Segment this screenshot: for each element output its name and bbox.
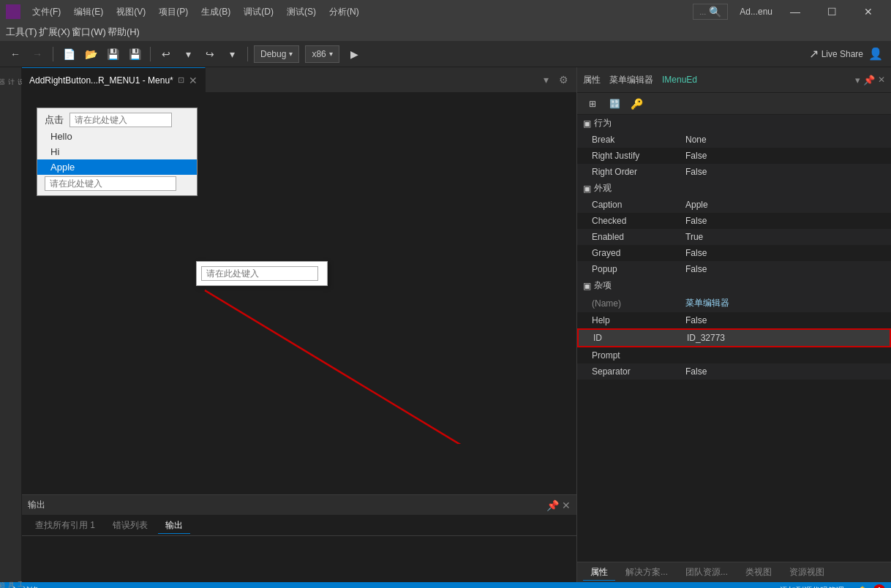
- sidebar-icon-bottom[interactable]: 工具箱: [0, 570, 22, 582]
- output-tab-errors[interactable]: 错误列表: [105, 518, 155, 533]
- back-button[interactable]: ←: [6, 45, 25, 64]
- props-tab-team[interactable]: 团队资源...: [678, 565, 735, 580]
- menu-project[interactable]: 项目(P): [153, 4, 194, 20]
- active-tab[interactable]: AddRightButton...R_MENU1 - Menu* ⊡ ✕: [22, 67, 206, 93]
- tab-pin-icon[interactable]: ⊡: [178, 75, 184, 85]
- platform-dropdown[interactable]: x86 ▾: [305, 45, 339, 63]
- prop-name-value[interactable]: 菜单编辑器: [680, 295, 891, 311]
- prop-enabled-value[interactable]: True: [680, 230, 891, 244]
- click-label: 点击: [45, 113, 64, 127]
- prop-name-name: (Name): [577, 297, 680, 310]
- props-tab-properties[interactable]: 属性: [583, 565, 615, 581]
- props-editor-label: 菜单编辑器: [609, 74, 653, 86]
- title-search-icon[interactable]: 🔍: [709, 6, 721, 18]
- tab-list-button[interactable]: ▾: [538, 72, 553, 87]
- menu-help[interactable]: 帮助(H): [108, 26, 140, 39]
- status-right: ↑ 添加到源代码管理 ▾ 🔔 1: [773, 584, 886, 588]
- save-all-button[interactable]: 💾: [125, 45, 144, 64]
- prop-prompt-value[interactable]: [680, 354, 891, 357]
- notification-bell[interactable]: 🔔: [857, 586, 868, 589]
- props-pin-button[interactable]: 📌: [863, 75, 875, 86]
- undo-button[interactable]: ↩: [157, 45, 176, 64]
- menu-build[interactable]: 生成(B): [195, 4, 236, 20]
- maximize-button[interactable]: ☐: [815, 0, 849, 23]
- prop-ro-name: Right Order: [577, 165, 680, 178]
- menu-label-apple: Apple: [50, 162, 75, 173]
- menu-row-apple[interactable]: Apple: [37, 159, 197, 175]
- svg-rect-1: [13, 6, 19, 12]
- section-appearance-collapse: ▣: [583, 184, 591, 194]
- props-tab-solution[interactable]: 解决方案...: [618, 565, 675, 580]
- menu-debug[interactable]: 调试(D): [238, 4, 279, 20]
- sidebar-icon-1[interactable]: 设计器: [0, 67, 22, 79]
- tab-label: AddRightButton...R_MENU1 - Menu*: [29, 75, 173, 86]
- props-close-button[interactable]: ✕: [878, 75, 885, 86]
- debug-config-dropdown[interactable]: Debug ▾: [254, 45, 299, 63]
- prop-prompt: Prompt: [577, 347, 891, 363]
- section-appearance-label: 外观: [594, 182, 612, 195]
- output-pin-button[interactable]: 📌: [546, 500, 559, 511]
- props-alpha-button[interactable]: 🔡: [605, 94, 624, 113]
- title-bar: 文件(F) 编辑(E) 视图(V) 项目(P) 生成(B) 调试(D) 测试(S…: [0, 0, 891, 23]
- menu-tools[interactable]: 工具(T): [6, 26, 37, 39]
- click-input[interactable]: [69, 113, 172, 127]
- add-to-source-control-button[interactable]: ↑ 添加到源代码管理 ▾: [773, 585, 852, 589]
- prop-caption-value[interactable]: Apple: [680, 198, 891, 211]
- ready-label: 就绪: [22, 585, 38, 589]
- section-misc[interactable]: ▣ 杂项: [577, 277, 891, 294]
- prop-popup-value[interactable]: False: [680, 263, 891, 276]
- prop-checked-value[interactable]: False: [680, 214, 891, 227]
- prop-help-value[interactable]: False: [680, 314, 891, 327]
- output-panel: 输出 📌 ✕ 查找所有引用 1 错误列表 输出: [22, 494, 576, 582]
- account-button[interactable]: 👤: [866, 45, 885, 64]
- props-tab-resource[interactable]: 资源视图: [782, 565, 832, 580]
- close-button[interactable]: ✕: [851, 0, 885, 23]
- new-file-button[interactable]: 📄: [59, 45, 78, 64]
- editor-area: AddRightButton...R_MENU1 - Menu* ⊡ ✕ ▾ ⚙…: [22, 67, 576, 582]
- section-behavior[interactable]: ▣ 行为: [577, 115, 891, 132]
- prop-rj-value[interactable]: False: [680, 149, 891, 162]
- props-key-button[interactable]: 🔑: [627, 94, 646, 113]
- props-categories-button[interactable]: ⊞: [583, 94, 602, 113]
- open-file-button[interactable]: 📂: [81, 45, 100, 64]
- output-tab-output[interactable]: 输出: [158, 518, 190, 534]
- redo-dropdown[interactable]: ▾: [222, 45, 241, 64]
- output-tab-references[interactable]: 查找所有引用 1: [28, 518, 102, 533]
- editor-tabs: AddRightButton...R_MENU1 - Menu* ⊡ ✕ ▾ ⚙: [22, 67, 576, 93]
- prop-break-name: Break: [577, 133, 680, 146]
- save-button[interactable]: 💾: [103, 45, 122, 64]
- forward-button[interactable]: →: [28, 45, 47, 64]
- prop-ro-value[interactable]: False: [680, 165, 891, 178]
- menu-test[interactable]: 测试(S): [281, 4, 322, 20]
- source-control-label: 添加到源代码管理: [780, 585, 844, 589]
- menu-extensions[interactable]: 扩展(X): [39, 26, 70, 39]
- prop-grayed-value[interactable]: False: [680, 246, 891, 260]
- menu-window[interactable]: 窗口(W): [72, 26, 106, 39]
- output-close-button[interactable]: ✕: [562, 500, 571, 511]
- menu-file[interactable]: 文件(F): [26, 4, 67, 20]
- tab-settings-button[interactable]: ⚙: [556, 72, 571, 87]
- output-header: 输出 📌 ✕: [22, 495, 576, 516]
- tab-close-icon[interactable]: ✕: [189, 75, 198, 86]
- prop-break-value[interactable]: None: [680, 133, 891, 146]
- menu-analyze[interactable]: 分析(N): [323, 4, 365, 20]
- section-appearance[interactable]: ▣ 外观: [577, 180, 891, 197]
- menu-view[interactable]: 视图(V): [110, 4, 151, 20]
- menu-row-hello[interactable]: Hello: [37, 129, 197, 144]
- menu-row-hi[interactable]: Hi: [37, 144, 197, 159]
- menu-add-input[interactable]: [45, 176, 176, 191]
- props-dropdown-arrow[interactable]: ▾: [855, 75, 860, 86]
- redo-button[interactable]: ↪: [200, 45, 219, 64]
- window-controls: — ☐ ✕: [778, 0, 885, 23]
- prop-sep-value[interactable]: False: [680, 365, 891, 378]
- run-button[interactable]: ▶: [345, 45, 364, 64]
- prop-id-value[interactable]: ID_32773: [681, 331, 890, 344]
- props-tab-class[interactable]: 类视图: [738, 565, 779, 580]
- submenu-input[interactable]: [201, 266, 318, 281]
- undo-dropdown[interactable]: ▾: [178, 45, 198, 64]
- minimize-button[interactable]: —: [778, 0, 812, 23]
- output-panel-buttons: 📌 ✕: [546, 500, 571, 511]
- menu-edit[interactable]: 编辑(E): [68, 4, 109, 20]
- live-share-button[interactable]: ↗ Live Share: [809, 47, 863, 61]
- prop-checked: Checked False: [577, 213, 891, 229]
